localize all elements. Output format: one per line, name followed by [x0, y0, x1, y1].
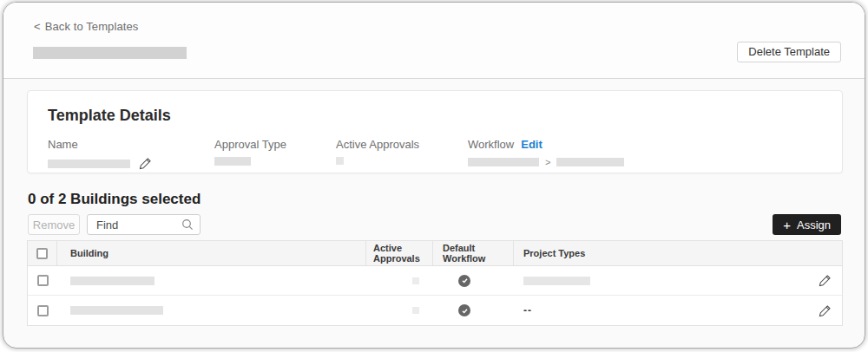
row-checkbox[interactable]	[37, 275, 49, 286]
page-title-placeholder	[33, 47, 187, 59]
column-header-project-types: Project Types	[514, 241, 842, 265]
buildings-table: Building Active Approvals Default Workfl…	[27, 240, 843, 326]
workflow-arrow-icon: >	[545, 157, 550, 167]
edit-row-pencil-icon[interactable]	[819, 304, 832, 317]
default-workflow-check-icon	[458, 275, 470, 287]
back-to-templates-link[interactable]: <Back to Templates	[34, 20, 138, 33]
screenshot-stage: <Back to Templates Delete Template Templ…	[0, 0, 868, 352]
select-all-checkbox[interactable]	[36, 248, 48, 259]
row-checkbox[interactable]	[37, 305, 49, 316]
field-workflow: WorkflowEdit >	[468, 138, 624, 167]
field-name-label: Name	[48, 138, 152, 151]
approval-type-value-placeholder	[214, 157, 251, 166]
field-approval-type-label: Approval Type	[214, 138, 286, 151]
search-icon[interactable]	[181, 218, 194, 234]
edit-row-pencil-icon[interactable]	[819, 274, 832, 287]
building-name-placeholder	[70, 277, 155, 285]
table-header-row: Building Active Approvals Default Workfl…	[28, 241, 842, 266]
field-active-approvals: Active Approvals	[336, 138, 419, 165]
active-approvals-placeholder	[412, 277, 419, 284]
default-workflow-check-icon	[458, 304, 470, 316]
find-search	[87, 214, 201, 235]
building-name-placeholder	[70, 306, 163, 315]
workflow-step1-placeholder	[468, 158, 539, 166]
card-title: Template Details	[48, 107, 171, 125]
page-header: <Back to Templates Delete Template	[3, 3, 865, 79]
field-approval-type: Approval Type	[214, 138, 286, 166]
assign-label: Assign	[797, 218, 831, 231]
app-window: <Back to Templates Delete Template Templ…	[3, 2, 865, 349]
edit-name-pencil-icon[interactable]	[139, 157, 152, 170]
name-value-placeholder	[48, 160, 130, 168]
buildings-selected-heading: 0 of 2 Buildings selected	[28, 191, 201, 208]
delete-template-button[interactable]: Delete Template	[737, 42, 841, 62]
project-types-placeholder	[523, 277, 590, 285]
field-active-approvals-label: Active Approvals	[336, 138, 419, 151]
back-chevron-icon: <	[34, 20, 41, 33]
column-header-building: Building	[57, 241, 366, 265]
plus-icon: +	[783, 218, 791, 231]
field-workflow-label: WorkflowEdit	[468, 138, 624, 151]
remove-button[interactable]: Remove	[28, 214, 80, 235]
table-row	[28, 266, 842, 296]
table-row: --	[28, 296, 842, 325]
back-link-label: Back to Templates	[45, 20, 139, 33]
active-approvals-value-placeholder	[336, 157, 344, 165]
project-types-value: --	[523, 304, 532, 316]
workflow-edit-link[interactable]: Edit	[521, 138, 542, 151]
column-header-active-approvals: Active Approvals	[366, 241, 433, 265]
active-approvals-placeholder	[412, 307, 419, 314]
field-name: Name	[48, 138, 152, 170]
column-header-default-workflow: Default Workflow	[433, 241, 514, 265]
assign-button[interactable]: + Assign	[773, 214, 841, 235]
template-details-card: Template Details Name Approval Type Acti…	[27, 90, 843, 173]
workflow-step2-placeholder	[556, 158, 624, 166]
